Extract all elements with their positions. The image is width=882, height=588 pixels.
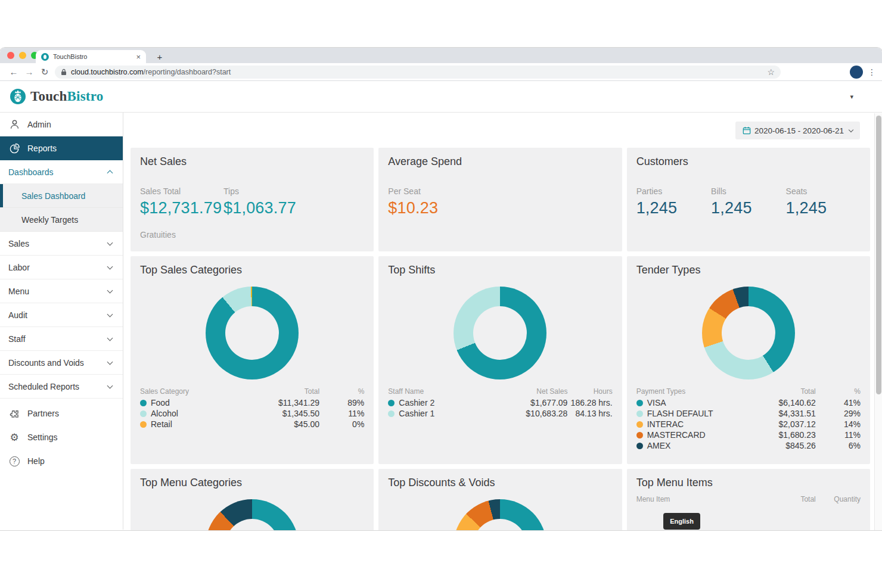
new-tab-button[interactable]: + [154, 52, 166, 62]
metric-value: 1,245 [636, 199, 711, 217]
date-range-picker[interactable]: 2020-06-15 - 2020-06-21 [735, 122, 860, 139]
chevron-down-icon [107, 287, 113, 293]
bookmark-star-icon[interactable]: ☆ [767, 67, 775, 77]
legend-dot [140, 400, 147, 406]
metric-parties: Parties 1,245 [636, 186, 711, 217]
donut-chart-tender-types [702, 287, 795, 379]
column-header: Hours [567, 387, 612, 399]
dashboard-main: 2020-06-15 - 2020-06-21 Net Sales Sales … [123, 113, 882, 530]
browser-menu-icon[interactable]: ⋮ [868, 66, 876, 79]
close-window-button[interactable] [7, 52, 14, 59]
sidebar-item-sales-dashboard[interactable]: Sales Dashboard [0, 184, 123, 208]
url-domain: cloud.touchbistro.com [71, 68, 144, 76]
column-header: Staff Name [388, 387, 491, 399]
sidebar-item-partners[interactable]: Partners [0, 402, 123, 425]
minimize-window-button[interactable] [19, 52, 26, 59]
calendar-icon [743, 126, 751, 135]
donut-hole [225, 519, 279, 530]
sidebar-item-labor[interactable]: Labor [0, 256, 123, 279]
donut-chart-top-menu-categories [206, 499, 299, 530]
sidebar-item-audit[interactable]: Audit [0, 303, 123, 327]
chevron-down-icon [107, 359, 113, 365]
sidebar-item-help[interactable]: ? Help [0, 449, 123, 473]
address-bar[interactable]: cloud.touchbistro.com/reporting/dashboar… [55, 66, 781, 79]
sidebar-item-sales[interactable]: Sales [0, 232, 123, 256]
legend-dot [636, 410, 643, 417]
sidebar-item-menu[interactable]: Menu [0, 279, 123, 303]
card-title: Top Shifts [388, 264, 612, 276]
card-title: Average Spend [388, 155, 612, 168]
card-top-menu-categories: Top Menu Categories [131, 469, 374, 530]
metric-sales-total: Sales Total $12,731.79 [140, 186, 223, 217]
column-header: % [319, 387, 364, 399]
legend-dot [140, 421, 147, 428]
browser-window: TouchBistro × + ← → ↻ cloud.touchbistro.… [0, 48, 882, 530]
close-tab-icon[interactable]: × [136, 52, 141, 61]
tab-title: TouchBistro [53, 53, 132, 60]
dashboard-grid: Net Sales Sales Total $12,731.79 Tips $1… [131, 148, 870, 530]
card-average-spend: Average Spend Per Seat $10.23 [378, 148, 622, 251]
metric-value: $1,063.77 [223, 199, 307, 217]
legend-dot [636, 400, 643, 406]
browser-profile-avatar[interactable] [850, 66, 863, 79]
sidebar-item-scheduled-reports[interactable]: Scheduled Reports [0, 375, 123, 399]
metric-label: Per Seat [388, 186, 471, 196]
card-top-discounts-voids: Top Discounts & Voids [378, 469, 622, 530]
card-title: Top Menu Items [636, 477, 861, 489]
reload-icon[interactable]: ↻ [38, 66, 51, 79]
scrollbar-thumb[interactable] [876, 116, 881, 394]
gear-icon: ⚙ [8, 431, 20, 443]
table-row: VISA$6,140.6241% [636, 399, 861, 409]
legend-dot [388, 410, 395, 417]
sidebar-item-label: Dashboards [8, 167, 54, 177]
table-row: Alcohol$1,345.5011% [140, 409, 364, 420]
table-row: Food$11,341.2989% [140, 399, 364, 409]
sidebar-item-admin[interactable]: Admin [0, 113, 123, 136]
page-scrollbar[interactable] [874, 113, 882, 530]
metric-tips: Tips $1,063.77 [223, 186, 307, 217]
metric-value: $12,731.79 [140, 199, 223, 217]
back-icon[interactable]: ← [7, 66, 20, 79]
url-path: /reporting/dashboard?start [144, 68, 231, 76]
donut-chart-top-discounts-voids [454, 499, 546, 530]
top-shifts-table: Staff Name Net Sales Hours Cashier 2$1,6… [388, 387, 612, 420]
metric-label: Seats [786, 186, 861, 196]
sidebar-item-label: Reports [27, 144, 57, 153]
sidebar-item-label: Audit [8, 310, 27, 320]
sidebar-item-dashboards[interactable]: Dashboards [0, 160, 123, 184]
url-text: cloud.touchbistro.com/reporting/dashboar… [71, 68, 231, 76]
sidebar-item-label: Sales [8, 239, 29, 248]
sidebar-item-weekly-targets[interactable]: Weekly Targets [0, 208, 123, 232]
account-dropdown-caret-icon[interactable]: ▾ [850, 93, 853, 101]
sidebar-item-label: Sales Dashboard [21, 191, 85, 201]
language-button[interactable]: English [663, 513, 700, 530]
sidebar-item-staff[interactable]: Staff [0, 327, 123, 351]
metric-label: Bills [711, 186, 785, 196]
legend-dot [388, 400, 395, 406]
card-customers: Customers Parties 1,245 Bills 1,245 [627, 148, 870, 251]
touchbistro-logo[interactable]: TouchBistro [10, 88, 103, 105]
chevron-down-icon [107, 239, 113, 245]
card-title: Top Menu Categories [140, 477, 364, 489]
forward-icon[interactable]: → [23, 66, 36, 79]
card-title: Top Sales Categories [140, 264, 364, 276]
chevron-down-icon [107, 382, 113, 388]
column-header: Sales Category [140, 387, 243, 399]
top-menu-items-table: Menu Item Total Quantity [636, 495, 861, 506]
sidebar-item-reports[interactable]: Reports [0, 136, 123, 160]
card-title: Net Sales [140, 155, 364, 168]
card-tender-types: Tender Types Payment Types Total % VISA$… [627, 256, 870, 464]
chevron-down-icon [849, 127, 853, 132]
browser-tab[interactable]: TouchBistro × [36, 50, 146, 63]
touchbistro-favicon-icon [41, 53, 49, 61]
column-header: Total [740, 495, 816, 506]
pineapple-icon [10, 88, 26, 105]
chevron-down-icon [107, 263, 113, 269]
column-header: Net Sales [491, 387, 567, 399]
sidebar-item-settings[interactable]: ⚙ Settings [0, 425, 123, 449]
table-row: MASTERCARD$1,680.2311% [636, 431, 861, 441]
sidebar-item-label: Scheduled Reports [8, 382, 79, 391]
donut-hole [225, 306, 279, 360]
metric-bills: Bills 1,245 [711, 186, 785, 217]
sidebar-item-discounts-and-voids[interactable]: Discounts and Voids [0, 351, 123, 375]
